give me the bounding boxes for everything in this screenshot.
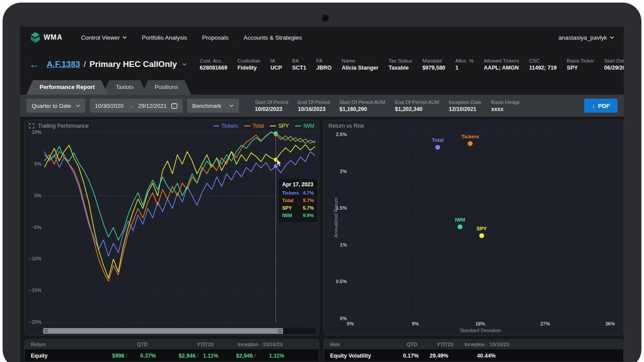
- tab-performance-report[interactable]: Performance Report: [26, 80, 108, 95]
- field-name: NameAlicia Stanger: [342, 58, 378, 71]
- y-tick-label: −10%: [29, 256, 41, 261]
- account-id-link[interactable]: A.F.1383: [47, 59, 80, 69]
- user-menu[interactable]: anastasiya_pavlyk: [559, 34, 614, 41]
- legend-item-iwm[interactable]: IWM: [295, 123, 314, 129]
- report-tabs: Performance Report Taxlots Positions: [20, 80, 624, 95]
- col-ytd: YTD'23: [179, 342, 232, 347]
- crosshair-dot-iwm: [274, 131, 278, 135]
- tooltip-date: Apr 17, 2023: [282, 181, 314, 188]
- x-tick-label: 0%: [347, 321, 354, 326]
- trailing-legend: Tickers Total SPY IWM: [213, 123, 314, 129]
- volatility-ytd: 29.49%: [430, 353, 460, 359]
- field-mandate: Mandate$979,580: [422, 58, 445, 71]
- period-stats: Start Of Period10/02/2023 End Of Period1…: [255, 100, 520, 112]
- account-fields: Cust. Acc.628081669 CustodianFidelity IA…: [200, 58, 624, 71]
- trailing-performance-panel: Trailing Performance Tickers Total SPY I…: [24, 120, 319, 336]
- top-navbar: WMA Control Viewer Portfolio Analysis Pr…: [20, 26, 624, 48]
- stat-start-aum: Start Of Period AUM$1,160,290: [339, 100, 385, 112]
- tab-positions[interactable]: Positions: [141, 80, 191, 95]
- download-icon: ↓: [592, 103, 595, 109]
- col-inception: Inception - 10/16/23: [460, 342, 513, 347]
- risk-table-row-volatility[interactable]: Equity Volatility 0.17% 29.49% 40.44%: [324, 349, 623, 362]
- account-title: A.F.1383 / Primary HEC CallOnly: [47, 59, 187, 69]
- account-name: Primary HEC CallOnly: [89, 59, 177, 69]
- risk-table-header: Risk QTD YTD'23 Inception - 10/16/23: [324, 340, 623, 349]
- scatter-point-total[interactable]: [435, 145, 440, 150]
- trailing-chart-plot[interactable]: [44, 133, 315, 322]
- chevron-down-icon: [610, 36, 614, 39]
- y-tick-label: 1.5%: [336, 205, 347, 211]
- trailing-panel-header: Trailing Performance Tickers Total SPY I…: [25, 120, 319, 132]
- chart-scrollbar-track[interactable]: [43, 328, 316, 334]
- risk-x-axis: 0%9%18%27%36%: [350, 321, 610, 327]
- scrollbar-grip-right[interactable]: [278, 329, 282, 332]
- stat-inception-date: Inception Date12/10/2021: [449, 100, 482, 112]
- scatter-point-iwm[interactable]: [458, 225, 463, 229]
- charts-section: Trailing Performance Tickers Total SPY I…: [24, 120, 620, 336]
- return-vs-risk-panel: Return vs Risk Annualized Return 2.5%2%1…: [324, 120, 624, 336]
- legend-swatch: [295, 126, 301, 126]
- chart-scrollbar-thumb[interactable]: [43, 328, 283, 334]
- field-fa: FAJBRO: [316, 58, 332, 71]
- tab-taxlots[interactable]: Taxlots: [103, 80, 147, 95]
- tablet-frame: WMA Control Viewer Portfolio Analysis Pr…: [3, 3, 641, 362]
- legend-item-spy[interactable]: SPY: [270, 123, 289, 129]
- y-tick-label: 5%: [34, 161, 41, 166]
- field-tax-status: Tax StatusTaxable: [389, 58, 412, 71]
- volatility-inception: 40.44%: [460, 353, 513, 359]
- trailing-y-axis: 10%5%0%−5%−10%−15%−20%: [25, 133, 43, 322]
- stat-end-of-period: End Of Period10/16/2023: [298, 100, 330, 112]
- risk-panel-title: Return vs Risk: [328, 123, 364, 129]
- risk-x-axis-label: Standard Deviation: [350, 328, 610, 333]
- nav-item-accounts-strategies[interactable]: Accounts & Strategies: [243, 34, 302, 41]
- account-header: ← A.F.1383 / Primary HEC CallOnly Cust. …: [20, 48, 624, 80]
- scatter-point-spy[interactable]: [479, 233, 484, 238]
- wma-logo-icon: [30, 32, 40, 43]
- col-ytd: YTD'23: [430, 342, 460, 347]
- scatter-label-total: Total: [432, 137, 444, 143]
- chevron-down-icon: [76, 104, 80, 107]
- legend-item-total[interactable]: Total: [244, 123, 264, 129]
- y-tick-label: −20%: [29, 319, 41, 325]
- nav-item-proposals[interactable]: Proposals: [202, 34, 228, 41]
- return-table-row-equity[interactable]: Equity $998/0.37% $2,946/1.11% $2,946/1.…: [25, 349, 319, 362]
- chevron-down-icon[interactable]: [182, 63, 187, 66]
- field-ia: IAUCP: [270, 58, 282, 71]
- scrollbar-grip-left[interactable]: [44, 329, 48, 332]
- col-inception: Inception - 10/16/23: [232, 342, 289, 347]
- x-tick-label: 36%: [605, 321, 615, 326]
- stat-end-aum: End Of Period AUM$1,202,340: [395, 100, 439, 112]
- return-table-title: Return: [25, 342, 106, 347]
- download-pdf-button[interactable]: ↓ PDF: [584, 99, 618, 113]
- col-qtd: QTD: [106, 342, 179, 347]
- field-ba: BASCT1: [292, 58, 306, 71]
- y-tick-label: −5%: [32, 225, 41, 230]
- return-table: Return QTD YTD'23 Inception - 10/16/23 E…: [24, 339, 319, 362]
- tooltip-row-spy: SPY5.7%: [282, 204, 314, 212]
- benchmark-select[interactable]: Benchmark: [187, 99, 239, 113]
- nav-item-portfolio-analysis[interactable]: Portfolio Analysis: [142, 34, 187, 41]
- chevron-down-icon: [229, 104, 234, 107]
- back-button[interactable]: ←: [29, 59, 40, 70]
- nav-item-control-viewer[interactable]: Control Viewer: [81, 34, 127, 41]
- username: anastasiya_pavlyk: [559, 34, 607, 41]
- equity-inception: $2,946/1.11%: [232, 353, 289, 359]
- risk-chart-plot[interactable]: TotalTickersIWMSPY: [350, 135, 610, 319]
- legend-item-tickers[interactable]: Tickers: [213, 123, 238, 129]
- risk-panel-header: Return vs Risk: [324, 120, 623, 132]
- date-range-input[interactable]: 10/30/2020 → 29/12/2021: [90, 99, 183, 113]
- expand-icon[interactable]: [29, 123, 34, 129]
- nav-menu: Control Viewer Portfolio Analysis Propos…: [81, 34, 302, 41]
- period-select[interactable]: Quarter to Date: [26, 99, 85, 113]
- risk-table: Risk QTD YTD'23 Inception - 10/16/23 Equ…: [324, 339, 624, 362]
- date-range-arrow: →: [128, 103, 134, 109]
- legend-swatch: [213, 126, 219, 126]
- field-custodian: CustodianFidelity: [237, 58, 260, 71]
- tooltip-row-tickers: Tickers4.7%: [282, 189, 314, 197]
- field-start-date: Start Date06/29/2022: [604, 58, 624, 71]
- y-tick-label: −15%: [29, 288, 41, 293]
- field-basis-ticker: Basis TickerSPY: [567, 58, 594, 71]
- summary-tables: Return QTD YTD'23 Inception - 10/16/23 E…: [24, 339, 620, 362]
- x-tick-label: 9%: [412, 321, 419, 326]
- scatter-point-tickers[interactable]: [468, 141, 473, 146]
